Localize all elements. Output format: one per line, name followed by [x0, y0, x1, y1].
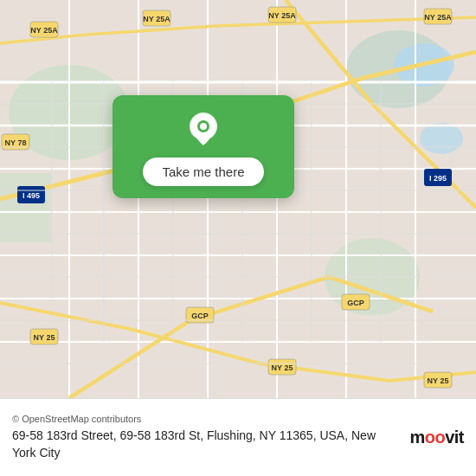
navigation-card: Take me there	[113, 95, 294, 198]
take-me-there-button[interactable]: Take me there	[143, 158, 263, 186]
svg-text:NY 25: NY 25	[34, 333, 55, 342]
map-svg: I 495 I 295 NY 25A NY 25A NY 25A NY 25A …	[0, 0, 476, 398]
osm-credit-text: © OpenStreetMap contributors	[12, 414, 141, 424]
svg-text:NY 25A: NY 25A	[424, 13, 452, 22]
info-text-block: © OpenStreetMap contributors 69-58 183rd…	[12, 414, 401, 461]
svg-text:NY 78: NY 78	[5, 138, 27, 147]
svg-text:NY 25A: NY 25A	[143, 15, 170, 23]
svg-text:NY 25: NY 25	[428, 376, 449, 385]
svg-rect-4	[0, 173, 52, 242]
map-area: I 495 I 295 NY 25A NY 25A NY 25A NY 25A …	[0, 0, 476, 398]
svg-text:NY 25: NY 25	[272, 363, 293, 372]
svg-text:NY 25A: NY 25A	[30, 26, 58, 35]
moovit-logo: moovit	[409, 428, 464, 447]
moovit-logo-text: moovit	[409, 428, 464, 447]
svg-text:I 295: I 295	[429, 174, 447, 183]
svg-text:GCP: GCP	[347, 299, 364, 307]
svg-text:NY 25A: NY 25A	[268, 11, 296, 20]
location-pin-icon	[184, 111, 222, 149]
info-bar: © OpenStreetMap contributors 69-58 183rd…	[0, 398, 476, 476]
address-line: 69-58 183rd Street, 69-58 183rd St, Flus…	[12, 428, 401, 461]
svg-point-6	[420, 123, 463, 154]
osm-credit: © OpenStreetMap contributors	[12, 414, 401, 424]
svg-point-76	[200, 123, 207, 130]
svg-text:I 495: I 495	[23, 191, 40, 200]
svg-text:GCP: GCP	[191, 312, 209, 320]
